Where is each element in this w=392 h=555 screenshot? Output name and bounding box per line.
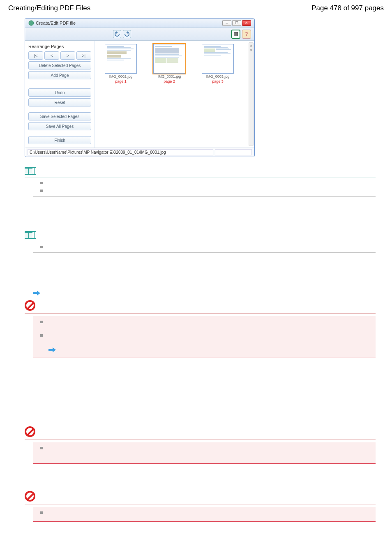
important-bullet — [40, 446, 376, 449]
scroll-down-icon[interactable]: ▼ — [249, 48, 253, 53]
note-bullet — [40, 188, 384, 192]
rotate-right-icon[interactable] — [123, 30, 131, 38]
finish-button[interactable]: Finish — [28, 136, 91, 144]
last-page-button[interactable]: >| — [76, 51, 91, 60]
important-bullet — [40, 333, 376, 337]
important-icon — [25, 491, 35, 502]
delete-selected-button[interactable]: Delete Selected Pages — [28, 61, 91, 69]
app-icon — [28, 20, 34, 26]
important-block — [33, 316, 376, 358]
window-toolbar: ? — [25, 28, 254, 41]
thumbnail-item[interactable]: IMG_0001.jpg page 2 — [147, 44, 192, 83]
important-bullet — [40, 319, 376, 323]
thumbnail-filename: IMG_0003.jpg — [206, 74, 230, 79]
note-bullet — [40, 180, 384, 184]
separator — [25, 242, 376, 242]
status-pane — [215, 149, 252, 155]
prev-page-button[interactable]: < — [44, 51, 59, 60]
first-page-button[interactable]: |< — [28, 51, 43, 60]
thumbnail-item[interactable]: IMG_0003.jpg page 3 — [195, 44, 240, 83]
arrow-right-icon — [48, 347, 376, 354]
arrow-right-icon — [32, 290, 384, 298]
thumbnail-filename: IMG_0002.jpg — [109, 74, 133, 79]
important-block — [33, 507, 376, 521]
important-block — [33, 442, 376, 463]
rearrange-label: Rearrange Pages — [28, 44, 91, 49]
status-path: C:\Users\UserName\Pictures\MP Navigator … — [28, 149, 213, 155]
thumbnail-scrollbar[interactable]: ▲ ▼ — [249, 42, 254, 146]
rotate-left-icon[interactable] — [113, 30, 121, 38]
note-bullet — [40, 245, 384, 248]
maximize-button[interactable]: ☐ — [232, 20, 241, 26]
important-icon — [25, 426, 35, 437]
next-page-button[interactable]: > — [60, 51, 75, 60]
thumbnail-pagenum: page 1 — [115, 79, 127, 83]
add-page-button[interactable]: Add Page — [28, 71, 91, 79]
minimize-button[interactable]: – — [222, 20, 231, 26]
thumbnail-image — [202, 44, 234, 74]
thumbnail-image — [105, 44, 137, 74]
thumbnail-filename: IMG_0001.jpg — [158, 74, 181, 79]
thumbnail-image — [153, 44, 185, 74]
scroll-up-icon[interactable]: ▲ — [249, 43, 253, 48]
thumbnail-area: IMG_0002.jpg page 1 IMG_0001.jpg page 2 — [95, 41, 254, 148]
window-title-bar: Create/Edit PDF file – ☐ ✕ — [25, 18, 254, 28]
reset-button[interactable]: Reset — [28, 98, 91, 106]
separator — [33, 521, 376, 522]
note-icon — [25, 167, 36, 175]
note-icon — [25, 231, 36, 239]
create-edit-pdf-window: Create/Edit PDF file – ☐ ✕ ? — [25, 18, 255, 157]
close-button[interactable]: ✕ — [242, 20, 251, 26]
separator — [25, 178, 376, 178]
page-title: Creating/Editing PDF Files — [8, 4, 90, 12]
separator — [25, 313, 376, 314]
window-title: Create/Edit PDF file — [36, 21, 76, 25]
thumbnail-pagenum: page 3 — [212, 79, 224, 83]
save-all-button[interactable]: Save All Pages — [28, 122, 91, 130]
save-selected-button[interactable]: Save Selected Pages — [28, 112, 91, 120]
svg-point-0 — [29, 21, 34, 25]
page-counter: Page 478 of 997 pages — [311, 4, 384, 12]
separator — [25, 504, 376, 504]
undo-button[interactable]: Undo — [28, 88, 91, 97]
important-bullet — [40, 510, 376, 514]
status-bar: C:\Users\UserName\Pictures\MP Navigator … — [25, 148, 254, 157]
important-icon — [25, 300, 35, 311]
help-button[interactable]: ? — [242, 30, 251, 39]
separator — [25, 439, 376, 440]
sidebar-panel: Rearrange Pages |< < > >| Delete Selecte… — [25, 41, 95, 148]
view-mode-button[interactable] — [231, 30, 240, 39]
thumbnail-item[interactable]: IMG_0002.jpg page 1 — [98, 44, 143, 83]
thumbnail-pagenum: page 2 — [164, 79, 175, 83]
